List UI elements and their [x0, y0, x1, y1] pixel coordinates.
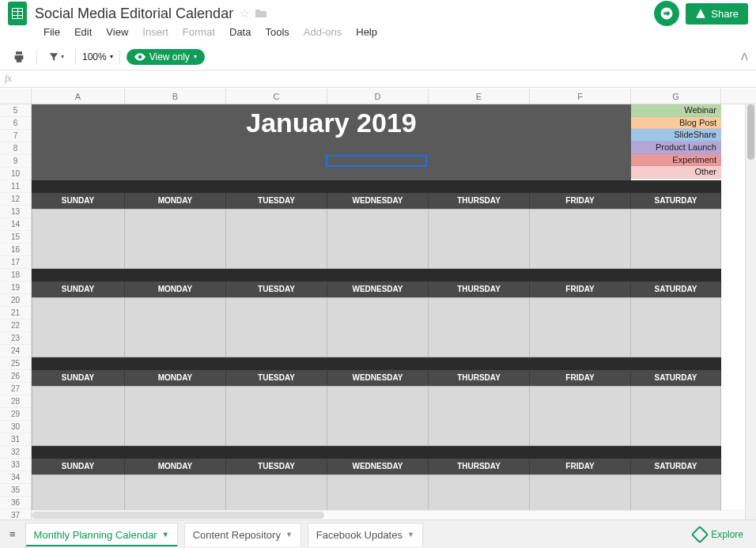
row-header[interactable]: 21: [0, 307, 31, 319]
row-header[interactable]: 6: [0, 117, 31, 130]
account-button[interactable]: [654, 1, 679, 26]
row-header[interactable]: 29: [0, 408, 31, 421]
all-sheets-icon[interactable]: ≡: [6, 525, 19, 543]
row-header[interactable]: 27: [0, 383, 31, 395]
calendar-cell[interactable]: [530, 209, 631, 269]
calendar-cell[interactable]: [327, 297, 429, 357]
select-all-corner[interactable]: [0, 89, 32, 104]
view-only-pill[interactable]: View only ▾: [127, 49, 205, 65]
week-row[interactable]: [32, 386, 721, 446]
row-header[interactable]: 30: [0, 421, 31, 433]
explore-button[interactable]: Explore: [687, 525, 750, 544]
col-header-d[interactable]: D: [327, 89, 429, 104]
spacer-row: [32, 446, 721, 459]
row-header[interactable]: 5: [0, 104, 31, 117]
row-header[interactable]: 23: [0, 332, 31, 345]
week-row[interactable]: [32, 209, 721, 269]
col-header-f[interactable]: F: [530, 89, 631, 104]
row-header[interactable]: 37: [0, 509, 31, 520]
row-header[interactable]: 34: [0, 471, 31, 484]
row-header[interactable]: 18: [0, 269, 31, 282]
tab-monthly-planning[interactable]: Monthly Planning Calendar ▼: [25, 523, 178, 546]
row-header[interactable]: 13: [0, 206, 31, 218]
row-header[interactable]: 19: [0, 282, 31, 294]
menu-view[interactable]: View: [100, 24, 134, 40]
row-header[interactable]: 20: [0, 294, 31, 307]
calendar-cell[interactable]: [429, 386, 530, 446]
scroll-thumb[interactable]: [32, 512, 324, 519]
horizontal-scrollbar[interactable]: [32, 510, 745, 520]
calendar-cell[interactable]: [429, 209, 530, 269]
menu-insert[interactable]: Insert: [137, 24, 174, 40]
share-button[interactable]: Share: [686, 3, 748, 25]
row-header[interactable]: 14: [0, 218, 31, 231]
menu-file[interactable]: File: [38, 24, 66, 40]
calendar-title-block: January 2019: [32, 104, 631, 180]
document-title[interactable]: Social Media Editorial Calendar: [35, 6, 233, 22]
row-header[interactable]: 28: [0, 395, 31, 408]
zoom-selector[interactable]: 100% ▾: [82, 51, 113, 62]
row-header[interactable]: 31: [0, 433, 31, 446]
calendar-cell[interactable]: [327, 386, 429, 446]
row-header[interactable]: 22: [0, 319, 31, 332]
row-header[interactable]: 26: [0, 370, 31, 383]
collapse-toolbar-icon[interactable]: ᐱ: [741, 51, 748, 62]
calendar-cell[interactable]: [631, 386, 721, 446]
menu-format[interactable]: Format: [177, 24, 221, 40]
row-header[interactable]: 7: [0, 130, 31, 142]
row-header[interactable]: 24: [0, 345, 31, 357]
col-header-g[interactable]: G: [631, 89, 721, 104]
row-header[interactable]: 12: [0, 193, 31, 206]
calendar-cell[interactable]: [530, 297, 631, 357]
legend-product-launch: Product Launch: [631, 142, 721, 154]
calendar-cell[interactable]: [226, 297, 327, 357]
print-button[interactable]: [8, 47, 30, 66]
vertical-scrollbar[interactable]: [745, 104, 756, 520]
tab-facebook-updates[interactable]: Facebook Updates ▼: [308, 523, 423, 546]
col-header-b[interactable]: B: [125, 89, 226, 104]
menu-addons[interactable]: Add-ons: [298, 24, 347, 40]
menu-edit[interactable]: Edit: [69, 24, 97, 40]
calendar-cell[interactable]: [125, 297, 226, 357]
row-header[interactable]: 15: [0, 231, 31, 244]
row-header[interactable]: 17: [0, 256, 31, 269]
menu-data[interactable]: Data: [224, 24, 256, 40]
formula-bar[interactable]: fx: [0, 70, 756, 88]
move-folder-icon[interactable]: [255, 8, 267, 19]
cells-area[interactable]: January 2019 Webinar Blog Post SlideShar…: [32, 104, 756, 520]
calendar-cell[interactable]: [125, 386, 226, 446]
calendar-cell[interactable]: [631, 297, 721, 357]
menu-tools[interactable]: Tools: [259, 24, 294, 40]
week-row[interactable]: [32, 297, 721, 357]
calendar-cell[interactable]: [32, 209, 125, 269]
row-header[interactable]: 36: [0, 497, 31, 509]
calendar-cell[interactable]: [631, 209, 721, 269]
col-header-c[interactable]: C: [226, 89, 327, 104]
calendar-cell[interactable]: [226, 386, 327, 446]
col-header-e[interactable]: E: [429, 89, 530, 104]
sheets-logo[interactable]: [8, 2, 27, 25]
row-header[interactable]: 33: [0, 459, 31, 471]
menu-help[interactable]: Help: [350, 24, 383, 40]
row-header[interactable]: 16: [0, 244, 31, 256]
calendar-cell[interactable]: [429, 297, 530, 357]
calendar-cell[interactable]: [327, 209, 429, 269]
row-header[interactable]: 32: [0, 446, 31, 459]
calendar-cell[interactable]: [530, 386, 631, 446]
row-header[interactable]: 35: [0, 484, 31, 497]
row-header[interactable]: 8: [0, 142, 31, 155]
scroll-thumb[interactable]: [747, 104, 754, 160]
row-header[interactable]: 25: [0, 357, 31, 370]
col-header-a[interactable]: A: [32, 89, 125, 104]
calendar-cell[interactable]: [32, 297, 125, 357]
tab-content-repository[interactable]: Content Repository ▼: [184, 523, 301, 546]
row-header[interactable]: 11: [0, 180, 31, 193]
calendar-cell[interactable]: [226, 209, 327, 269]
row-header[interactable]: 10: [0, 168, 31, 180]
calendar-cell[interactable]: [32, 386, 125, 446]
filter-button[interactable]: ▾: [43, 48, 69, 66]
calendar-cell[interactable]: [125, 209, 226, 269]
legend-slideshare: SlideShare: [631, 129, 721, 142]
star-icon[interactable]: ☆: [240, 7, 250, 20]
row-header[interactable]: 9: [0, 155, 31, 168]
